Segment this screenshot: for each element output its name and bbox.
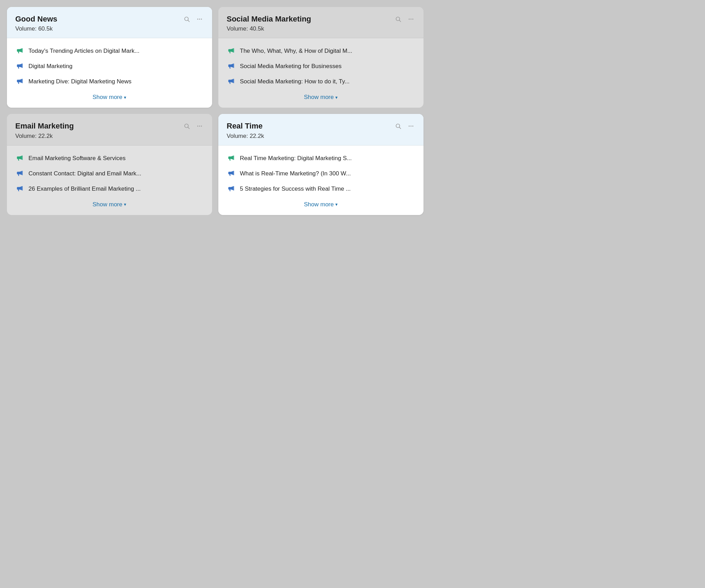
card-title-social-media-marketing: Social Media Marketing	[227, 15, 311, 24]
item-list-good-news: Today's Trending Articles on Digital Mar…	[15, 47, 204, 86]
list-item[interactable]: 26 Examples of Brilliant Email Marketing…	[15, 184, 204, 193]
show-more-button-real-time[interactable]: Show more ▾	[304, 201, 338, 208]
list-item[interactable]: Social Media Marketing for Businesses	[227, 62, 415, 71]
list-item-text: Email Marketing Software & Services	[28, 155, 126, 162]
list-item-text: Marketing Dive: Digital Marketing News	[28, 78, 132, 85]
megaphone-icon	[227, 169, 236, 178]
card-body-good-news: Today's Trending Articles on Digital Mar…	[7, 38, 212, 86]
list-item[interactable]: Constant Contact: Digital and Email Mark…	[15, 169, 204, 178]
show-more-button-email-marketing[interactable]: Show more ▾	[93, 201, 127, 208]
list-item-text: 26 Examples of Brilliant Email Marketing…	[28, 185, 141, 192]
dots-icon	[408, 124, 414, 130]
svg-point-14	[201, 126, 202, 127]
svg-line-6	[399, 20, 401, 22]
megaphone-icon	[15, 77, 24, 86]
dots-icon	[196, 17, 203, 23]
search-icon	[395, 124, 401, 131]
search-icon	[395, 17, 401, 24]
megaphone-icon	[227, 62, 236, 71]
item-list-social-media-marketing: The Who, What, Why, & How of Digital M..…	[227, 47, 415, 86]
list-item[interactable]: Marketing Dive: Digital Marketing News	[15, 77, 204, 86]
search-button-social-media-marketing[interactable]	[394, 15, 402, 24]
list-item[interactable]: 5 Strategies for Success with Real Time …	[227, 184, 415, 193]
list-item-text: Real Time Marketing: Digital Marketing S…	[240, 155, 352, 162]
list-item-text: Digital Marketing	[28, 63, 73, 70]
svg-line-1	[188, 20, 189, 22]
megaphone-icon	[15, 169, 24, 178]
megaphone-icon	[227, 47, 236, 56]
show-more-label: Show more	[304, 201, 334, 208]
chevron-down-icon: ▾	[124, 95, 126, 100]
more-options-button-social-media-marketing[interactable]	[407, 15, 415, 24]
dots-icon	[408, 17, 414, 23]
card-header-email-marketing: Email MarketingVolume: 22.2k	[7, 114, 212, 145]
chevron-down-icon: ▾	[124, 202, 126, 207]
show-more-label: Show more	[93, 201, 123, 208]
more-options-button-email-marketing[interactable]	[195, 122, 204, 131]
svg-point-12	[197, 126, 198, 127]
svg-point-13	[199, 126, 200, 127]
list-item-text: Social Media Marketing for Businesses	[240, 63, 342, 70]
search-button-real-time[interactable]	[394, 122, 402, 131]
search-button-good-news[interactable]	[183, 15, 191, 24]
list-item[interactable]: The Who, What, Why, & How of Digital M..…	[227, 47, 415, 56]
svg-point-7	[409, 19, 410, 20]
megaphone-icon	[227, 184, 236, 193]
card-real-time: Real TimeVolume: 22.2k Real Time Marketi…	[218, 114, 423, 215]
list-item[interactable]: Email Marketing Software & Services	[15, 154, 204, 163]
card-good-news: Good NewsVolume: 60.5k Today's Trending …	[7, 7, 212, 108]
card-title-good-news: Good News	[15, 15, 57, 24]
svg-point-17	[409, 126, 410, 127]
list-item-text: Today's Trending Articles on Digital Mar…	[28, 48, 140, 55]
show-more-section-good-news: Show more ▾	[7, 86, 212, 108]
svg-line-16	[399, 127, 401, 129]
list-item[interactable]: What is Real-Time Marketing? (In 300 W..…	[227, 169, 415, 178]
show-more-section-email-marketing: Show more ▾	[7, 193, 212, 215]
svg-point-3	[199, 19, 200, 20]
card-header-good-news: Good NewsVolume: 60.5k	[7, 7, 212, 38]
card-title-email-marketing: Email Marketing	[15, 122, 74, 131]
card-volume-social-media-marketing: Volume: 40.5k	[227, 25, 311, 32]
svg-point-19	[412, 126, 413, 127]
more-options-button-real-time[interactable]	[407, 122, 415, 131]
chevron-down-icon: ▾	[335, 202, 338, 207]
show-more-section-real-time: Show more ▾	[218, 193, 423, 215]
list-item-text: 5 Strategies for Success with Real Time …	[240, 185, 351, 192]
card-volume-real-time: Volume: 22.2k	[227, 133, 264, 140]
card-email-marketing: Email MarketingVolume: 22.2k Email Marke…	[7, 114, 212, 215]
list-item-text: The Who, What, Why, & How of Digital M..…	[240, 48, 352, 55]
card-body-real-time: Real Time Marketing: Digital Marketing S…	[218, 146, 423, 193]
item-list-real-time: Real Time Marketing: Digital Marketing S…	[227, 154, 415, 193]
svg-point-8	[411, 19, 412, 20]
chevron-down-icon: ▾	[335, 95, 338, 100]
list-item[interactable]: Real Time Marketing: Digital Marketing S…	[227, 154, 415, 163]
list-item[interactable]: Digital Marketing	[15, 62, 204, 71]
item-list-email-marketing: Email Marketing Software & Services Cons…	[15, 154, 204, 193]
list-item[interactable]: Social Media Marketing: How to do it, Ty…	[227, 77, 415, 86]
megaphone-icon	[227, 154, 236, 163]
card-header-real-time: Real TimeVolume: 22.2k	[218, 114, 423, 145]
svg-point-9	[412, 19, 413, 20]
megaphone-icon	[15, 62, 24, 71]
card-body-email-marketing: Email Marketing Software & Services Cons…	[7, 146, 212, 193]
megaphone-icon	[227, 77, 236, 86]
list-item-text: Social Media Marketing: How to do it, Ty…	[240, 78, 350, 85]
search-button-email-marketing[interactable]	[183, 122, 191, 131]
card-body-social-media-marketing: The Who, What, Why, & How of Digital M..…	[218, 38, 423, 86]
svg-point-18	[411, 126, 412, 127]
show-more-button-social-media-marketing[interactable]: Show more ▾	[304, 94, 338, 101]
more-options-button-good-news[interactable]	[195, 15, 204, 24]
card-volume-email-marketing: Volume: 22.2k	[15, 133, 74, 140]
svg-point-4	[201, 19, 202, 20]
show-more-label: Show more	[93, 94, 123, 101]
show-more-section-social-media-marketing: Show more ▾	[218, 86, 423, 108]
list-item[interactable]: Today's Trending Articles on Digital Mar…	[15, 47, 204, 56]
megaphone-icon	[15, 184, 24, 193]
card-title-real-time: Real Time	[227, 122, 264, 131]
cards-grid: Good NewsVolume: 60.5k Today's Trending …	[7, 7, 423, 215]
card-social-media-marketing: Social Media MarketingVolume: 40.5k The …	[218, 7, 423, 108]
card-volume-good-news: Volume: 60.5k	[15, 25, 57, 32]
megaphone-icon	[15, 47, 24, 56]
list-item-text: Constant Contact: Digital and Email Mark…	[28, 170, 141, 177]
show-more-button-good-news[interactable]: Show more ▾	[93, 94, 127, 101]
